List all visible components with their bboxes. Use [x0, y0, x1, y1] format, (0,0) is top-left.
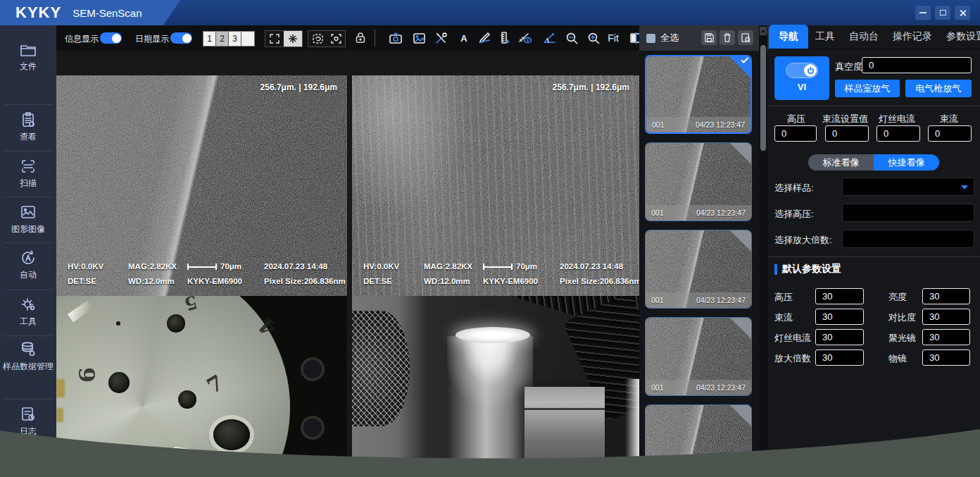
thumbnail-item[interactable]: 00104/23 12:23:47: [645, 55, 752, 134]
thumb-timestamp: 04/23 12:23:47: [696, 209, 746, 217]
thumbnail-item[interactable]: 00104/23 12:23:47: [645, 404, 752, 477]
select-hv-input[interactable]: [842, 204, 974, 222]
power-icon: [807, 67, 815, 75]
sidebar-item-monitor[interactable]: [0, 448, 56, 462]
param-label-brightness: 亮度: [888, 291, 907, 304]
select-sample-dropdown[interactable]: [842, 178, 974, 196]
segment-3[interactable]: 3: [229, 32, 241, 46]
scrollbar-thumb[interactable]: [760, 45, 766, 151]
titlebar: KYKY SEM-SenScan: [0, 0, 980, 25]
vent-gun-button[interactable]: 电气枪放气: [905, 80, 972, 97]
segment-blank[interactable]: [241, 32, 254, 46]
mag-readout: MAG:2.82KX: [128, 259, 187, 274]
beam-set-input[interactable]: 0: [825, 125, 869, 142]
date-display-toggle[interactable]: [170, 32, 192, 44]
pole-piece-disc: [456, 327, 530, 343]
monitor-icon: [20, 448, 37, 462]
param-label-filament: 灯丝电流: [774, 332, 811, 345]
refresh-frame-button[interactable]: [308, 31, 327, 47]
save-images-button[interactable]: [701, 30, 717, 45]
vi-power-button[interactable]: VI: [774, 56, 829, 100]
device-label: KYKY-EM6900: [483, 274, 560, 289]
preview-images-button[interactable]: [738, 30, 753, 45]
param-input-brightness[interactable]: 30: [922, 288, 970, 304]
param-input-filament[interactable]: 30: [815, 329, 864, 345]
param-input-beam[interactable]: 30: [815, 309, 864, 325]
chamber-light-cone: [447, 336, 533, 477]
folder-icon: [20, 42, 37, 58]
auto-icon: [20, 249, 37, 266]
image-gallery-button[interactable]: [412, 31, 426, 45]
fit-button[interactable]: Fit: [606, 31, 620, 45]
tab-operation-log[interactable]: 操作记录: [886, 25, 939, 49]
vi-toggle[interactable]: [786, 63, 818, 78]
stage-digit: 6: [74, 366, 101, 382]
tab-parameter-settings[interactable]: 参数设置: [939, 25, 980, 49]
dot-grid-view-button[interactable]: [284, 31, 302, 47]
thumbnail-item[interactable]: 00104/23 12:23:47: [645, 230, 752, 309]
beam-input[interactable]: 0: [928, 125, 972, 142]
trash-icon: [723, 33, 731, 42]
sidebar-item-log[interactable]: 日志: [0, 383, 56, 436]
sidebar-item-files[interactable]: 文件: [0, 42, 56, 71]
select-mag-input[interactable]: [842, 230, 974, 248]
text-annotate-button[interactable]: A: [457, 31, 471, 45]
tools-icon: [435, 32, 448, 44]
param-input-hv[interactable]: 30: [815, 288, 864, 304]
measure-angle-button[interactable]: [542, 31, 556, 45]
mag-readout: MAG:2.82KX: [424, 259, 483, 274]
pixel-size-readout: Pixel Size:206.836nm: [264, 274, 347, 289]
param-input-mag[interactable]: 30: [815, 349, 864, 366]
tab-tools[interactable]: 工具: [808, 25, 842, 49]
sem-image-2[interactable]: 256.7μm. | 192.6μm HV:0.0KVDET:SE MAG:2.…: [352, 75, 639, 296]
hv-input[interactable]: 0: [774, 125, 817, 142]
tab-auto-stage[interactable]: 自动台: [842, 25, 886, 49]
select-all-checkbox[interactable]: [646, 34, 655, 43]
default-params-title: 默认参数设置: [782, 263, 841, 275]
stage-camera-view[interactable]: 5 4 6 7: [56, 296, 347, 477]
layout-button-group: [265, 30, 303, 47]
param-label-beam: 束流: [774, 311, 793, 324]
thumbnail-item[interactable]: 00104/23 12:23:47: [645, 317, 752, 396]
info-display-toggle[interactable]: [100, 32, 122, 44]
param-input-contrast[interactable]: 30: [922, 309, 970, 325]
adjust-tools-button[interactable]: [434, 31, 448, 45]
measure-view-button[interactable]: [518, 31, 532, 45]
sidebar-item-auto[interactable]: 自动: [0, 227, 56, 280]
filament-input[interactable]: 0: [877, 125, 920, 142]
delete-images-button[interactable]: [720, 30, 735, 45]
scroll-up-icon[interactable]: [760, 27, 767, 35]
zoom-in-button[interactable]: [586, 31, 601, 45]
scale-bar: [187, 264, 217, 270]
lock-button[interactable]: [355, 32, 366, 47]
zoom-out-button[interactable]: [565, 31, 579, 45]
segment-2[interactable]: 2: [216, 32, 229, 46]
param-input-condenser[interactable]: 30: [922, 329, 970, 345]
thumbnail-item[interactable]: 00104/23 12:23:47: [645, 142, 752, 221]
vacuum-input[interactable]: 0: [862, 57, 972, 73]
param-input-objective[interactable]: 30: [922, 349, 970, 366]
chamber-camera-view[interactable]: [352, 296, 639, 477]
sidebar-item-image[interactable]: 图形图像: [0, 181, 56, 234]
wd-readout: WD:12.0mm: [424, 274, 483, 289]
sidebar-item-view[interactable]: 查看: [0, 89, 56, 142]
quick-imaging-button[interactable]: 快捷看像: [874, 154, 939, 171]
thumbnail-scrollbar[interactable]: [759, 25, 767, 477]
measure-length-button[interactable]: [498, 31, 512, 45]
draw-annotate-button[interactable]: [477, 31, 491, 45]
standard-imaging-button[interactable]: 标准看像: [808, 154, 874, 171]
stage-block: [524, 387, 605, 477]
clipboard-icon: [20, 111, 37, 128]
vent-chamber-button[interactable]: 样品室放气: [835, 80, 900, 97]
vi-label: VI: [798, 82, 806, 92]
sem-image-1[interactable]: 256.7μm. | 192.6μm HV:0.0KVDET:SE MAG:2.…: [56, 75, 347, 296]
segment-1[interactable]: 1: [203, 32, 216, 46]
maximize-button[interactable]: [935, 6, 950, 20]
minimize-button[interactable]: [915, 6, 931, 20]
sidebar-item-scan[interactable]: 扫描: [0, 135, 56, 188]
capture-button[interactable]: [389, 31, 403, 45]
close-button[interactable]: [955, 6, 970, 20]
sidebar-item-sample-data[interactable]: 样品数据管理: [0, 318, 56, 371]
tab-navigation[interactable]: 导航: [769, 25, 808, 49]
expand-view-button[interactable]: [265, 31, 284, 47]
